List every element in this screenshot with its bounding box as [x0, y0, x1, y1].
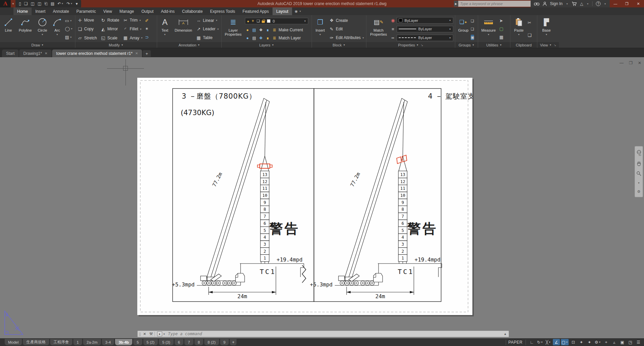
insert-button[interactable]: ❐ Insert ▼ [314, 16, 327, 42]
grid-display-icon[interactable]: ∟ [528, 339, 535, 345]
help-caret-icon[interactable]: ▼ [604, 3, 606, 5]
layout-tab[interactable]: 生產商規格 [23, 339, 49, 345]
text-flyout-caret-icon[interactable]: ▼ [164, 33, 166, 37]
stretch-button[interactable]: ▱Stretch [77, 35, 97, 40]
base-flyout-caret-icon[interactable]: ▼ [545, 33, 548, 37]
erase-button[interactable]: ✐ [145, 18, 149, 24]
minimize-button[interactable]: — [610, 0, 621, 7]
lineweight-dropdown[interactable]: ByLayer▼ [397, 26, 453, 32]
snap-mode-icon-caret[interactable]: ▼ [541, 341, 543, 343]
object-snap-icon-caret[interactable]: ▼ [566, 341, 568, 343]
selection-cycling-icon[interactable]: ⊡ [570, 339, 577, 345]
layout-tab[interactable]: 3b-4b [115, 339, 132, 345]
drawing-minimize-button[interactable]: — [619, 61, 623, 65]
app-menu-caret-icon[interactable]: ▼ [12, 2, 14, 5]
group-edit-button[interactable]: ❏ [471, 26, 474, 32]
file-tab[interactable]: Start [2, 49, 19, 57]
isodraft-icon[interactable]: ╳▼ [545, 339, 552, 345]
groups-panel-label[interactable]: Groups▼ [455, 42, 478, 48]
a360-icon[interactable]: △ [580, 1, 583, 6]
layout-tab[interactable]: 1 [73, 339, 82, 345]
app-store-cart-icon[interactable] [572, 2, 577, 6]
move-button[interactable]: ✛Move [77, 18, 97, 23]
copy-button[interactable]: ❏Copy [77, 27, 97, 32]
qat-customize-icon[interactable]: ▾ [76, 0, 78, 7]
explode-button[interactable]: ✴ [145, 26, 149, 32]
utilities-panel-label[interactable]: Utilities▼ [478, 42, 510, 48]
isolate-objects-icon[interactable]: ▣ [619, 339, 626, 345]
command-grip-icon[interactable]: ⣿ [138, 332, 142, 336]
create-button[interactable]: ❖Create [329, 18, 364, 23]
qat-undo-icon[interactable]: ↶▼ [58, 0, 64, 7]
drawing-canvas[interactable]: — ❐ ✕ 3 －磨盤（7800KG）(4730KG)77.2m12345678… [0, 57, 644, 338]
id-point-button[interactable]: ▦ [499, 35, 503, 40]
table-button[interactable]: ▦Table [196, 35, 219, 40]
command-line[interactable]: ⣿ ✕ ⚒ ▸ ▼ ▲ [137, 331, 509, 337]
combo-caret-icon[interactable]: ▼ [449, 28, 451, 30]
paste-flyout-caret-icon[interactable]: ▼ [518, 33, 520, 37]
layout-tab[interactable]: 7 [184, 339, 193, 345]
layer-tool-icon[interactable]: ≣ [272, 36, 277, 40]
scale-button[interactable]: ◱Scale [100, 35, 119, 40]
edit-button[interactable]: ✎Edit [329, 27, 364, 32]
layer-tool-icon[interactable]: ● [245, 36, 250, 40]
qat-open-icon[interactable]: ❏ [24, 0, 28, 7]
search-input[interactable] [458, 1, 531, 7]
layout-tab[interactable]: 8 [194, 339, 203, 345]
array-caret-icon[interactable]: ▼ [141, 37, 143, 39]
layer-dropdown[interactable]: ● ☀ ❏ 0 ▼ [245, 18, 308, 24]
object-snap-icon[interactable]: ▢▼ [561, 339, 569, 345]
command-history-toggle-icon[interactable]: ▲ [502, 332, 509, 336]
annotation-scale-icon[interactable]: ⚙▼ [594, 339, 602, 345]
layer-dropdown-caret-icon[interactable]: ▼ [304, 20, 306, 22]
qat-plot-icon[interactable]: ⎗ [44, 0, 48, 7]
annotation-panel-label[interactable]: Annotation▼ [157, 42, 221, 48]
join-button[interactable]: ⊃ [145, 35, 149, 40]
recent-commands-caret-icon[interactable]: ▼ [163, 333, 165, 335]
search-binoculars-icon[interactable] [534, 2, 539, 6]
new-drawing-tab-button[interactable]: + [143, 50, 151, 57]
layout-tab[interactable]: 8 (2) [204, 339, 219, 345]
layout-tab[interactable]: 5 (2) [143, 339, 158, 345]
layer-properties-button[interactable]: ≣ Layer Properties [223, 16, 243, 42]
combo-caret-icon[interactable]: ▼ [449, 37, 451, 39]
quick-calculator-button[interactable]: ▢ [499, 26, 503, 32]
match-properties-button[interactable]: ▤✎ Match Properties [368, 16, 389, 42]
sign-in-caret-icon[interactable]: ▼ [566, 3, 568, 5]
layout-tab[interactable]: 工程序會 [50, 339, 72, 345]
layer-tool-icon[interactable]: ≣ [272, 28, 277, 32]
mirror-button[interactable]: ◭Mirror [100, 27, 119, 32]
snap-mode-icon[interactable]: ↻▼ [536, 339, 544, 345]
layer-tool-icon[interactable]: ▤ [252, 36, 257, 40]
navigation-wheel-icon[interactable]: 2D [636, 150, 642, 156]
annotation-visibility-icon[interactable]: ✦ [578, 339, 585, 345]
circle-flyout-caret-icon[interactable]: ▼ [41, 33, 44, 37]
array-button[interactable]: ▦Array▼ [122, 35, 143, 40]
view-dialog-launcher-icon[interactable]: ↘ [554, 43, 557, 47]
navbar-settings-gear-icon[interactable]: ⚙ [637, 189, 641, 194]
group-selection-toggle[interactable]: ▣ [471, 35, 474, 40]
copy-clip-button[interactable]: ❏ [528, 33, 532, 38]
dimension-button[interactable]: Dimension [173, 16, 194, 42]
paste-button[interactable]: Paste ▼ [512, 16, 526, 42]
layer-tool-icon[interactable]: ● [245, 28, 250, 32]
draw-panel-label[interactable]: Draw▼ [0, 42, 75, 48]
linear-caret-icon[interactable]: ▼ [215, 19, 218, 22]
layer-tool-icon[interactable]: ∎ [265, 28, 270, 32]
annotation-monitor-icon[interactable]: ＋ [603, 339, 610, 345]
close-button[interactable]: ✕ [633, 0, 644, 7]
linear-button[interactable]: ↔Linear▼ [196, 18, 219, 23]
file-tab-close-icon[interactable]: ✕ [45, 51, 47, 55]
qat-save-icon[interactable]: ◫ [31, 0, 34, 7]
trim-button[interactable]: ✂Trim▼ [122, 18, 143, 23]
layer-tool-icon[interactable]: ❖ [258, 28, 263, 32]
edit-attributes-button[interactable]: ✑Edit Attributes▼ [329, 35, 364, 40]
a360-caret-icon[interactable]: ▼ [586, 3, 589, 5]
clean-screen-icon[interactable]: ◳ [627, 339, 634, 345]
properties-panel-label[interactable]: Properties▼↘ [366, 42, 455, 48]
fillet-button[interactable]: ◜Fillet▼ [122, 27, 143, 32]
layout-tab[interactable]: 3-4 [102, 339, 114, 345]
fillet-caret-icon[interactable]: ▼ [140, 28, 142, 30]
layer-tool-icon[interactable]: ∎ [265, 36, 270, 40]
combo-caret-icon[interactable]: ▼ [449, 19, 451, 22]
